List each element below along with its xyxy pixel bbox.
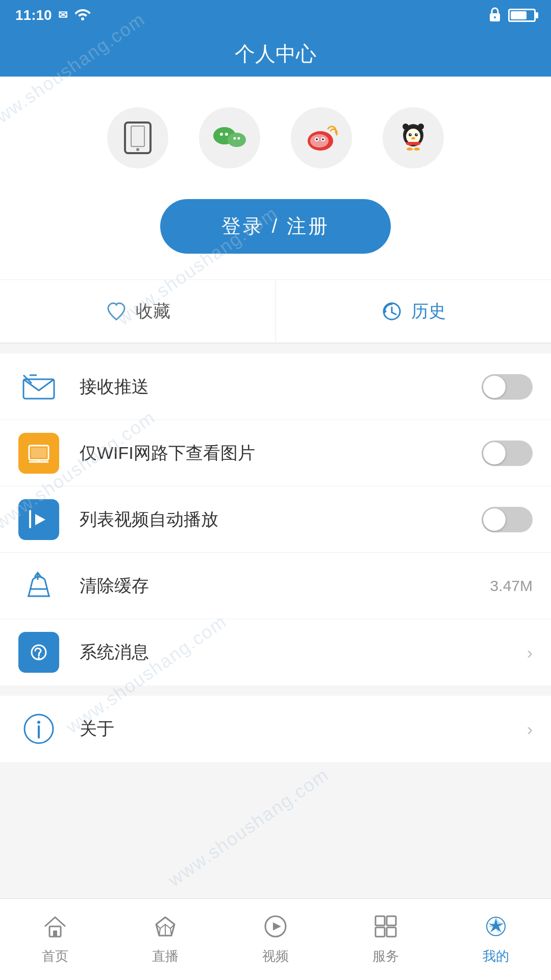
user-actions-row: 收藏 历史 [0, 280, 551, 344]
grid-icon [373, 914, 398, 942]
wifi-toggle[interactable] [482, 440, 533, 466]
mine-label: 我的 [483, 947, 509, 965]
cache-label: 清除缓存 [80, 574, 490, 598]
svg-point-19 [406, 129, 420, 144]
live-label: 直播 [152, 947, 179, 965]
mine-icon [483, 914, 509, 942]
svg-point-10 [238, 137, 240, 140]
svg-point-21 [415, 133, 418, 136]
bottom-navigation: 首页 直播 视频 [0, 898, 551, 980]
svg-point-23 [416, 134, 417, 135]
svg-point-8 [225, 133, 228, 136]
cache-setting-item[interactable]: 清除缓存 3.47M [0, 553, 551, 619]
svg-rect-32 [406, 142, 420, 145]
qq-login-button[interactable] [383, 107, 444, 168]
battery-icon [508, 9, 536, 22]
push-icon [18, 366, 59, 407]
svg-point-15 [316, 138, 318, 140]
svg-rect-59 [387, 916, 396, 925]
svg-point-29 [414, 148, 420, 151]
home-icon [42, 914, 68, 942]
svg-point-6 [228, 133, 246, 147]
message-icon: ✉ [58, 9, 67, 22]
svg-point-31 [418, 124, 424, 130]
svg-point-12 [310, 134, 329, 148]
svg-point-20 [409, 133, 412, 136]
autoplay-icon [18, 499, 59, 540]
page-title: 个人中心 [235, 40, 316, 68]
svg-point-24 [411, 137, 415, 140]
system-message-label: 系统消息 [80, 641, 527, 664]
phone-login-button[interactable] [107, 107, 168, 168]
nav-video[interactable]: 视频 [220, 909, 331, 970]
svg-point-9 [234, 137, 236, 140]
autoplay-toggle[interactable] [482, 507, 533, 532]
favorites-label: 收藏 [136, 300, 170, 323]
status-right [488, 6, 536, 24]
svg-line-53 [159, 928, 160, 936]
svg-point-30 [403, 124, 409, 130]
svg-point-22 [410, 134, 411, 135]
system-message-icon [18, 632, 59, 673]
nav-mine[interactable]: 我的 [441, 909, 551, 970]
about-section: 关于 › [0, 696, 551, 762]
autoplay-setting-item[interactable]: 列表视频自动播放 [0, 486, 551, 553]
svg-marker-43 [35, 514, 45, 525]
svg-rect-58 [375, 916, 385, 925]
nav-live[interactable]: 直播 [110, 909, 220, 970]
play-icon [263, 914, 288, 942]
time-display: 11:10 [15, 7, 52, 23]
about-arrow: › [527, 719, 533, 739]
svg-rect-3 [131, 126, 144, 146]
svg-point-16 [322, 138, 324, 140]
push-toggle[interactable] [482, 374, 533, 400]
nav-service[interactable]: 服务 [331, 909, 441, 970]
wifi-icon [73, 7, 92, 24]
wechat-login-button[interactable] [199, 107, 260, 168]
svg-point-47 [38, 657, 40, 659]
video-label: 视频 [262, 947, 289, 965]
push-label: 接收推送 [80, 375, 482, 399]
svg-point-49 [37, 721, 40, 724]
history-button[interactable]: 历史 [276, 280, 552, 342]
history-label: 历史 [411, 300, 446, 323]
nav-home[interactable]: 首页 [0, 909, 110, 970]
about-item[interactable]: 关于 › [0, 696, 551, 762]
login-register-button[interactable]: 登录 / 注册 [160, 199, 391, 254]
about-icon [18, 708, 59, 749]
svg-marker-57 [273, 922, 281, 930]
svg-line-54 [170, 928, 171, 936]
service-label: 服务 [372, 947, 399, 965]
svg-point-7 [220, 133, 223, 136]
svg-rect-52 [53, 930, 57, 937]
svg-rect-60 [375, 927, 385, 937]
about-label: 关于 [80, 717, 527, 741]
system-message-item[interactable]: 系统消息 › [0, 619, 551, 685]
wifi-setting-item[interactable]: 仅WIFI网路下查看图片 [0, 420, 551, 486]
system-message-arrow: › [527, 643, 533, 663]
wifi-setting-icon [18, 433, 59, 474]
svg-rect-39 [31, 448, 46, 458]
svg-rect-61 [387, 927, 396, 937]
weibo-login-button[interactable] [291, 107, 352, 168]
cache-value: 3.47M [490, 577, 533, 595]
social-icons-row [20, 107, 531, 168]
login-section: 登录 / 注册 [0, 77, 551, 279]
wifi-label: 仅WIFI网路下查看图片 [80, 442, 482, 465]
page-header: 个人中心 [0, 31, 551, 77]
svg-point-1 [494, 16, 496, 18]
svg-point-4 [136, 148, 139, 151]
cache-icon [18, 566, 59, 606]
settings-section: 接收推送 仅WIFI网路下查看图片 列表视频自动播放 [0, 354, 551, 685]
favorites-button[interactable]: 收藏 [0, 280, 276, 342]
status-left: 11:10 ✉ [15, 7, 92, 24]
status-bar: 11:10 ✉ [0, 0, 551, 31]
autoplay-label: 列表视频自动播放 [80, 508, 482, 531]
lock-icon [488, 6, 502, 24]
diamond-icon [153, 914, 178, 942]
push-setting-item[interactable]: 接收推送 [0, 354, 551, 420]
svg-point-28 [407, 148, 413, 151]
home-label: 首页 [42, 947, 68, 965]
